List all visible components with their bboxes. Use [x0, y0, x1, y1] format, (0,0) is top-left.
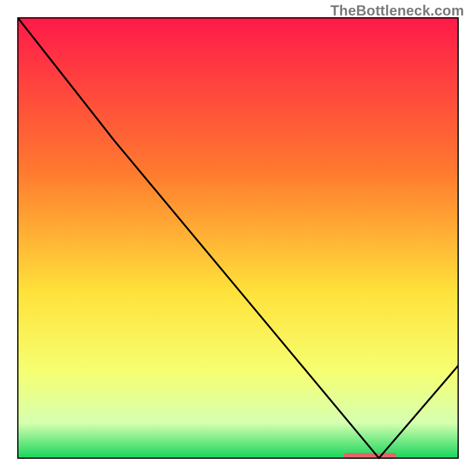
bottleneck-chart: [0, 0, 476, 476]
plot-background: [18, 18, 458, 458]
chart-stage: TheBottleneck.com: [0, 0, 476, 476]
watermark-text: TheBottleneck.com: [330, 2, 464, 19]
